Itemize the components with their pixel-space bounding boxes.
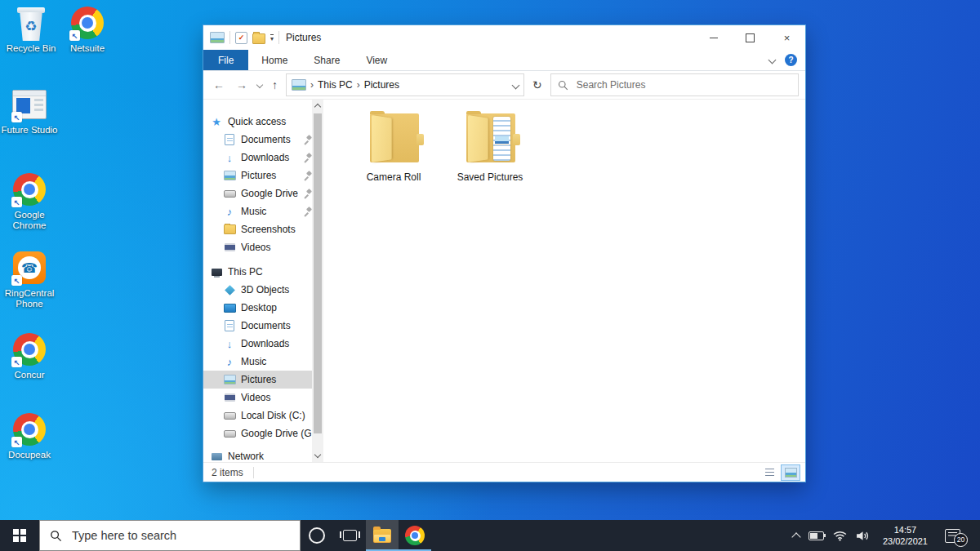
sidebar-item-screenshots[interactable]: Screenshots: [203, 220, 312, 238]
up-button[interactable]: ↑: [269, 78, 281, 91]
expand-ribbon-icon[interactable]: [768, 56, 777, 64]
sidebar-item-downloads-pc[interactable]: ↓ Downloads: [203, 335, 312, 353]
search-icon: [50, 530, 62, 542]
explorer-search-box[interactable]: [550, 73, 799, 96]
new-folder-icon[interactable]: [252, 33, 265, 44]
item-count: 2 items: [212, 467, 243, 478]
tab-home[interactable]: Home: [248, 50, 301, 70]
cortana-button[interactable]: [301, 520, 333, 551]
wifi-icon[interactable]: [833, 531, 847, 541]
desktop-icon-ringcentral-phone[interactable]: ☎ ↖ RingCentral Phone: [1, 250, 58, 309]
scroll-up-icon[interactable]: [312, 100, 323, 112]
scroll-down-icon[interactable]: [312, 450, 323, 462]
start-button[interactable]: [0, 520, 39, 551]
desktop-icon-google-chrome[interactable]: ↖ Google Chrome: [1, 171, 58, 231]
breadcrumb-this-pc[interactable]: This PC: [318, 79, 353, 91]
sidebar-item-google-drive[interactable]: Google Drive: [203, 184, 312, 202]
task-view-button[interactable]: [333, 520, 366, 551]
taskbar-search-box[interactable]: [39, 520, 301, 551]
taskbar-chrome-button[interactable]: [399, 520, 431, 551]
disk-icon: [223, 412, 236, 420]
desktop-icon-docupeak[interactable]: ↖ Docupeak: [1, 411, 58, 460]
thumbnail-view-button[interactable]: [781, 464, 800, 481]
recent-locations-icon[interactable]: [256, 82, 263, 88]
desktop-icon-label: Future Studio: [1, 125, 57, 136]
desktop-icon-netsuite[interactable]: ↖ Netsuite: [59, 5, 116, 54]
customize-toolbar-caret-icon[interactable]: ▾: [270, 34, 274, 42]
breadcrumb-separator: ›: [310, 79, 314, 91]
sidebar-item-quick-access[interactable]: ★ Quick access: [203, 113, 312, 131]
desktop-icon-concur[interactable]: ↖ Concur: [1, 331, 58, 380]
sidebar-item-google-drive-g[interactable]: Google Drive (G:): [203, 424, 312, 442]
3d-objects-icon: [223, 287, 236, 294]
windows-logo-icon: [13, 529, 26, 542]
pin-icon: [304, 153, 312, 162]
sidebar-item-desktop[interactable]: Desktop: [203, 299, 312, 317]
battery-charging-icon[interactable]: [808, 531, 824, 540]
drive-icon: [223, 430, 236, 438]
minimize-button[interactable]: [695, 25, 732, 50]
address-bar[interactable]: › This PC › Pictures: [286, 73, 524, 96]
cortana-icon: [309, 527, 325, 544]
sidebar-item-network[interactable]: Network: [203, 447, 312, 462]
music-note-icon: ♪: [223, 356, 236, 368]
folder-tile-camera-roll[interactable]: Camera Roll: [348, 111, 439, 183]
taskbar-clock[interactable]: 14:57 23/02/2021: [878, 524, 933, 547]
sidebar-item-videos[interactable]: Videos: [203, 238, 312, 256]
recycle-bin-icon: ♻: [13, 5, 49, 41]
address-dropdown-icon[interactable]: [512, 81, 520, 89]
sidebar-item-videos-pc[interactable]: Videos: [203, 389, 312, 407]
back-button[interactable]: ←: [210, 78, 228, 91]
music-note-icon: ♪: [223, 206, 236, 218]
pin-icon: [304, 189, 312, 198]
network-icon: [210, 453, 223, 460]
navigation-pane: ★ Quick access Documents ↓ Downloads: [203, 100, 323, 462]
sidebar-item-music-pc[interactable]: ♪ Music: [203, 353, 312, 371]
folder-tile-saved-pictures[interactable]: Saved Pictures: [444, 111, 536, 183]
sidebar-item-this-pc[interactable]: This PC: [203, 263, 312, 281]
help-button[interactable]: ?: [785, 54, 797, 66]
pictures-folder-icon: [292, 79, 306, 91]
scrollbar-thumb[interactable]: [314, 113, 322, 433]
refresh-button[interactable]: ↻: [529, 78, 546, 91]
pin-icon: [304, 207, 312, 216]
show-hidden-icons-chevron[interactable]: [791, 532, 800, 541]
sidebar-item-pictures-pc-selected[interactable]: Pictures: [203, 371, 312, 389]
properties-icon[interactable]: ✓: [235, 32, 247, 44]
chrome-shortcut-icon: ↖: [11, 411, 47, 447]
maximize-button[interactable]: [732, 25, 768, 50]
chrome-icon: [405, 526, 425, 545]
taskbar-search-input[interactable]: [70, 528, 290, 543]
pictures-icon: [223, 375, 236, 384]
task-view-icon: [343, 530, 357, 541]
tab-view[interactable]: View: [353, 50, 400, 70]
explorer-search-input[interactable]: [575, 78, 791, 91]
shortcut-arrow-icon: ↖: [11, 197, 22, 207]
desktop-icon-future-studio[interactable]: ↖ Future Studio: [1, 87, 58, 136]
close-button[interactable]: ×: [768, 25, 805, 50]
sidebar-item-3d-objects[interactable]: 3D Objects: [203, 281, 312, 299]
desktop-icon-label: Docupeak: [8, 450, 51, 460]
address-bar-row: ← → ↑ › This PC › Pictures ↻: [203, 71, 805, 100]
titlebar[interactable]: ✓ ▾ Pictures ×: [203, 25, 805, 50]
volume-icon[interactable]: [856, 531, 869, 541]
desktop-icon-label: Google Chrome: [1, 210, 58, 231]
taskbar: 14:57 23/02/2021 20: [0, 520, 980, 551]
taskbar-file-explorer-button[interactable]: [366, 520, 399, 551]
breadcrumb-pictures[interactable]: Pictures: [364, 79, 399, 91]
tab-share[interactable]: Share: [301, 50, 353, 70]
check-icon: ✓: [238, 33, 245, 42]
sidebar-item-local-disk[interactable]: Local Disk (C:): [203, 407, 312, 424]
sidebar-item-downloads[interactable]: ↓ Downloads: [203, 149, 312, 167]
nav-scrollbar[interactable]: [312, 100, 323, 462]
sidebar-item-music[interactable]: ♪ Music: [203, 202, 312, 220]
details-view-button[interactable]: [760, 464, 779, 481]
action-center-button[interactable]: 20: [945, 529, 960, 543]
desktop-icon-recycle-bin[interactable]: ♻ Recycle Bin: [2, 5, 60, 54]
sidebar-item-documents[interactable]: Documents: [203, 131, 312, 149]
forward-button[interactable]: →: [233, 78, 251, 91]
tab-file[interactable]: File: [203, 50, 248, 70]
document-icon: [223, 320, 236, 331]
sidebar-item-pictures[interactable]: Pictures: [203, 167, 312, 184]
sidebar-item-documents-pc[interactable]: Documents: [203, 317, 312, 335]
